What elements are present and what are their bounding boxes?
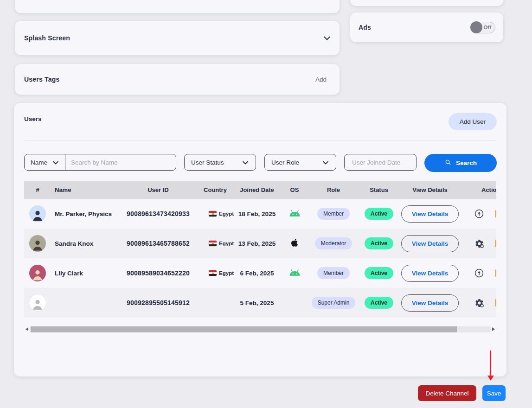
view-details-button[interactable]: View Details: [401, 294, 459, 312]
search-icon: [444, 159, 452, 167]
egypt-flag-icon: [209, 211, 217, 217]
user-role-select[interactable]: User Role: [264, 154, 336, 171]
manage-settings-icon[interactable]: [474, 298, 484, 308]
table-header-row: #NameUser IDCountryJoined DateOSRoleStat…: [24, 181, 496, 199]
clipped-action-icon[interactable]: [495, 239, 496, 248]
manage-settings-icon: [474, 298, 484, 308]
partial-card-top-left: [15, 0, 340, 13]
promote-user-icon: [474, 209, 484, 219]
name-cell: Mr. Parker, Physics: [51, 210, 120, 217]
view-details-button[interactable]: View Details: [401, 205, 459, 223]
search-input[interactable]: [65, 159, 176, 166]
scroll-left-icon[interactable]: [24, 326, 30, 332]
manage-settings-icon[interactable]: [474, 238, 484, 249]
status-badge: Active: [365, 267, 393, 279]
users-section: Users Add User Name User Status User Rol…: [14, 103, 506, 376]
annotation-arrow: [490, 351, 491, 376]
user-id-cell: 90089613465788652: [120, 240, 197, 247]
users-table: #NameUser IDCountryJoined DateOSRoleStat…: [24, 181, 496, 318]
column-header-joined-date: Joined Date: [234, 186, 280, 193]
table-row: Lily Clark 90089589034652220 Egypt 6 Feb…: [24, 258, 496, 288]
name-cell: Lily Clark: [51, 270, 120, 277]
avatar: [29, 265, 46, 281]
table-row: Sandra Knox 90089613465788652 Egypt 13 F…: [24, 229, 496, 258]
users-tags-section: Users Tags Add: [15, 64, 340, 95]
os-cell: [280, 238, 309, 249]
person-icon: [31, 268, 45, 281]
view-details-button[interactable]: View Details: [401, 265, 459, 282]
role-badge: Member: [317, 208, 350, 220]
joined-date-input[interactable]: [351, 159, 410, 166]
country-label: Egypt: [219, 241, 234, 246]
status-badge: Active: [365, 237, 393, 249]
os-cell: [280, 210, 309, 218]
joined-date-cell: 18 Feb, 2025: [234, 210, 280, 217]
column-header-user-id: User ID: [120, 186, 197, 193]
user-id-cell: 90092895505145912: [120, 299, 197, 306]
android-icon: [289, 210, 301, 218]
chevron-down-icon: [243, 159, 248, 166]
user-id-cell: 90089613473420933: [120, 210, 197, 217]
user-role-label: User Role: [271, 159, 299, 166]
egypt-flag-icon: [209, 241, 217, 246]
user-status-label: User Status: [191, 159, 224, 166]
table-row: 90092895505145912 5 Feb, 2025 Super Admi…: [24, 288, 496, 318]
column-header-country: Country: [197, 186, 234, 193]
joined-date-field: [344, 154, 417, 171]
splash-screen-section[interactable]: Splash Screen: [15, 21, 340, 55]
egypt-flag-icon: [209, 270, 217, 276]
divider: [24, 140, 497, 141]
splash-screen-label: Splash Screen: [24, 34, 70, 42]
save-button[interactable]: Save: [482, 385, 506, 401]
promote-user-icon[interactable]: [474, 209, 484, 219]
ads-toggle[interactable]: Off: [471, 22, 495, 33]
scrollbar-track[interactable]: [30, 326, 491, 332]
avatar: [29, 235, 46, 252]
partial-card-top-right: [350, 0, 503, 6]
manage-settings-icon: [474, 239, 484, 249]
clipped-action-icon[interactable]: [495, 210, 496, 218]
scrollbar-thumb[interactable]: [31, 326, 457, 332]
joined-date-cell: 6 Feb, 2025: [234, 270, 280, 277]
role-badge: Moderator: [315, 237, 353, 249]
view-details-button[interactable]: View Details: [401, 235, 459, 252]
user-id-cell: 90089589034652220: [120, 269, 197, 277]
clipped-action-icon[interactable]: [495, 299, 496, 307]
role-badge: Super Admin: [312, 297, 356, 309]
os-cell: [280, 269, 309, 278]
column-header-os: OS: [280, 186, 309, 193]
search-button-label: Search: [456, 159, 477, 166]
horizontal-scrollbar[interactable]: [24, 326, 496, 332]
chevron-down-icon[interactable]: [324, 34, 330, 42]
add-user-button[interactable]: Add User: [449, 113, 497, 130]
search-group: Name: [24, 154, 176, 171]
user-status-select[interactable]: User Status: [184, 154, 256, 171]
apple-icon: [291, 238, 298, 247]
scroll-right-icon[interactable]: [491, 326, 496, 332]
search-button[interactable]: Search: [424, 154, 497, 172]
clipped-action-icon[interactable]: [495, 269, 496, 277]
avatar: [29, 294, 46, 311]
search-field-label: Name: [31, 159, 47, 166]
person-icon: [31, 208, 45, 222]
users-tags-label: Users Tags: [24, 76, 59, 83]
country-cell: Egypt: [197, 241, 234, 246]
promote-user-icon: [474, 268, 484, 278]
delete-channel-button[interactable]: Delete Channel: [418, 385, 476, 401]
avatar: [29, 205, 46, 222]
person-icon: [31, 297, 45, 311]
chevron-down-icon: [53, 159, 58, 166]
search-field-select[interactable]: Name: [25, 154, 65, 170]
promote-user-icon[interactable]: [474, 268, 484, 278]
android-icon: [289, 269, 301, 278]
chevron-down-icon: [323, 159, 328, 166]
ads-label: Ads: [359, 24, 371, 31]
table-body: Mr. Parker, Physics 90089613473420933 Eg…: [24, 199, 496, 318]
toggle-knob-icon: [470, 21, 482, 33]
table-row: Mr. Parker, Physics 90089613473420933 Eg…: [24, 199, 496, 229]
add-tag-link[interactable]: Add: [315, 76, 327, 83]
status-badge: Active: [365, 208, 393, 220]
joined-date-cell: 13 Feb, 2025: [234, 240, 280, 247]
users-title: Users: [24, 115, 42, 122]
apple-icon: [291, 238, 298, 249]
